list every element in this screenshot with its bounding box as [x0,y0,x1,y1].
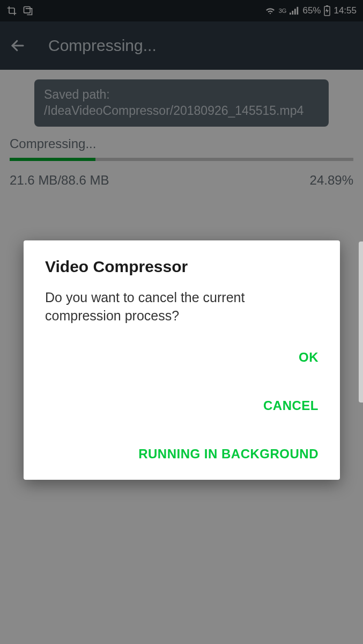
ok-button[interactable]: OK [299,347,318,368]
cancel-button[interactable]: CANCEL [263,395,318,416]
dialog-message: Do you want to cancel the current compre… [45,289,318,325]
dialog: Video Compressor Do you want to cancel t… [24,240,340,480]
running-background-button[interactable]: RUNNING IN BACKGROUND [138,443,318,465]
scroll-indicator[interactable] [359,241,363,402]
modal-overlay[interactable]: Video Compressor Do you want to cancel t… [0,0,363,644]
dialog-title: Video Compressor [45,258,318,276]
dialog-buttons: OK CANCEL RUNNING IN BACKGROUND [45,347,318,465]
